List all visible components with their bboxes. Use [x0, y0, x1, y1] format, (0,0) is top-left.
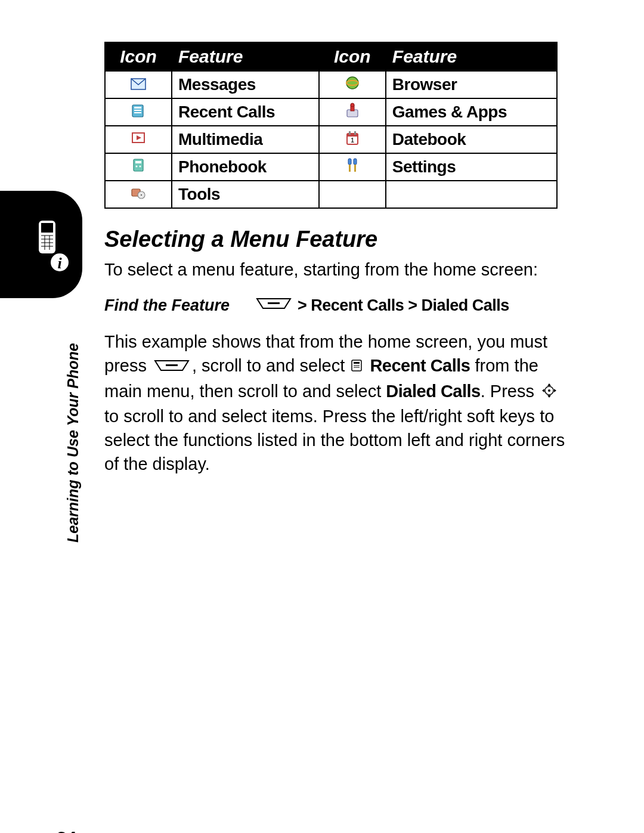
messages-label: Messages: [178, 75, 256, 94]
multimedia-label: Multimedia: [178, 130, 262, 148]
svg-rect-24: [354, 165, 356, 172]
svg-text:1: 1: [351, 137, 354, 144]
svg-rect-4: [134, 107, 141, 109]
body-dialed-calls: Dialed Calls: [386, 382, 480, 401]
svg-point-9: [351, 103, 354, 107]
th-icon-2: Icon: [319, 42, 386, 71]
messages-icon: [105, 71, 172, 98]
section-tab: i: [0, 191, 82, 298]
games-apps-label: Games & Apps: [392, 103, 507, 121]
menu-key-icon: [256, 296, 292, 315]
svg-rect-38: [268, 302, 280, 304]
svg-rect-6: [134, 112, 141, 113]
svg-rect-21: [348, 159, 351, 165]
svg-marker-48: [542, 389, 544, 392]
body-recent-calls: Recent Calls: [370, 356, 470, 375]
svg-rect-13: [347, 134, 358, 137]
svg-rect-5: [134, 110, 141, 111]
page-number: 34: [57, 828, 76, 833]
menu-key-icon-inline: [154, 355, 190, 379]
svg-point-20: [140, 165, 141, 167]
side-chapter-label: Learning to Use Your Phone: [64, 343, 82, 543]
svg-marker-46: [547, 383, 551, 386]
svg-point-19: [136, 165, 138, 167]
table-row: Tools: [105, 181, 557, 208]
find-path-text: > Recent Calls > Dialed Calls: [298, 296, 509, 315]
th-icon-1: Icon: [105, 42, 172, 71]
browser-icon: [319, 71, 386, 98]
datebook-label: Datebook: [392, 130, 466, 148]
nav-key-icon: [541, 380, 557, 404]
intro-paragraph: To select a menu feature, starting from …: [104, 258, 575, 281]
body-text-5: to scroll to and select items. Press the…: [104, 407, 565, 473]
find-feature-row: Find the Feature > Recent Calls > Dialed…: [104, 296, 575, 315]
body-paragraph: This example shows that from the home sc…: [104, 330, 575, 476]
svg-rect-15: [354, 131, 356, 135]
datebook-icon: 1: [319, 126, 386, 153]
find-the-feature-label: Find the Feature: [104, 296, 230, 315]
body-text-2: , scroll to and select: [192, 356, 349, 375]
svg-rect-41: [354, 362, 360, 364]
svg-marker-47: [547, 395, 551, 398]
recent-calls-icon-inline: [351, 355, 364, 379]
svg-marker-49: [554, 389, 556, 392]
svg-rect-22: [349, 165, 351, 172]
table-row: Multimedia 1 Datebook: [105, 126, 557, 153]
svg-rect-29: [41, 223, 53, 233]
recent-calls-icon: [105, 98, 172, 126]
svg-rect-18: [135, 161, 141, 163]
table-row: Recent Calls Games & Apps: [105, 98, 557, 126]
settings-icon: [319, 153, 386, 181]
svg-point-27: [141, 194, 142, 196]
phonebook-icon: [105, 153, 172, 181]
th-feature-1: Feature: [172, 42, 319, 71]
svg-point-45: [548, 389, 550, 392]
svg-rect-14: [349, 131, 351, 135]
multimedia-icon: [105, 126, 172, 153]
svg-rect-23: [354, 159, 357, 165]
svg-text:i: i: [57, 255, 62, 272]
svg-point-1: [346, 77, 358, 89]
tools-label: Tools: [178, 185, 220, 203]
games-apps-icon: [319, 98, 386, 126]
section-heading: Selecting a Menu Feature: [104, 227, 644, 252]
body-text-4: . Press: [481, 382, 539, 401]
th-feature-2: Feature: [386, 42, 557, 71]
settings-label: Settings: [392, 157, 456, 176]
phonebook-label: Phonebook: [178, 157, 267, 176]
recent-calls-label: Recent Calls: [178, 103, 275, 121]
table-row: Phonebook Settings: [105, 153, 557, 181]
feature-table: Icon Feature Icon Feature Messages Brows…: [104, 42, 558, 209]
table-row: Messages Browser: [105, 71, 557, 98]
browser-label: Browser: [392, 75, 457, 94]
svg-rect-39: [166, 364, 178, 366]
tools-icon: [105, 181, 172, 208]
